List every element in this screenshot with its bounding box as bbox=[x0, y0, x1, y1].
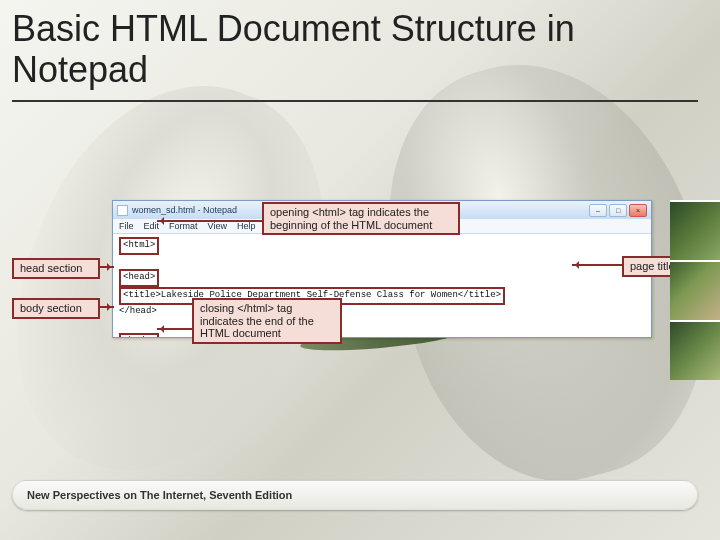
thumbnail-3 bbox=[670, 320, 720, 380]
close-button[interactable]: × bbox=[629, 204, 647, 217]
footer-text: New Perspectives on The Internet, Sevent… bbox=[27, 489, 292, 501]
menu-format[interactable]: Format bbox=[169, 221, 198, 231]
notepad-doc-icon bbox=[117, 205, 128, 216]
thumbnail-2 bbox=[670, 260, 720, 320]
menu-help[interactable]: Help bbox=[237, 221, 256, 231]
minimize-button[interactable]: – bbox=[589, 204, 607, 217]
code-html-open: <html> bbox=[119, 237, 159, 255]
menu-view[interactable]: View bbox=[208, 221, 227, 231]
arrow-page-title bbox=[572, 264, 622, 266]
callout-head-section: head section bbox=[12, 258, 100, 279]
thumbnail-1 bbox=[670, 200, 720, 260]
menu-file[interactable]: File bbox=[119, 221, 134, 231]
title-underline bbox=[12, 100, 698, 102]
code-head-open: <head> bbox=[119, 269, 159, 287]
slide: Basic HTML Document Structure in Notepad… bbox=[0, 0, 720, 540]
footer-bar: New Perspectives on The Internet, Sevent… bbox=[12, 480, 698, 510]
arrow-opening-html bbox=[157, 220, 262, 222]
side-thumbnails bbox=[670, 200, 720, 380]
callout-opening-html: opening <html> tag indicates the beginni… bbox=[262, 202, 460, 235]
window-buttons: – □ × bbox=[589, 204, 647, 217]
notepad-title-text: women_sd.html - Notepad bbox=[132, 205, 237, 215]
arrow-head-section bbox=[100, 266, 114, 268]
slide-title: Basic HTML Document Structure in Notepad bbox=[12, 8, 700, 91]
arrow-body-section bbox=[100, 306, 114, 308]
callout-closing-html: closing </html> tag indicates the end of… bbox=[192, 298, 342, 344]
maximize-button[interactable]: □ bbox=[609, 204, 627, 217]
arrow-closing-html bbox=[157, 328, 192, 330]
figure-area: women_sd.html - Notepad – □ × File Edit … bbox=[12, 200, 694, 370]
code-head-close: </head> bbox=[119, 306, 157, 316]
callout-body-section: body section bbox=[12, 298, 100, 319]
code-body-open: <body> bbox=[119, 333, 159, 337]
